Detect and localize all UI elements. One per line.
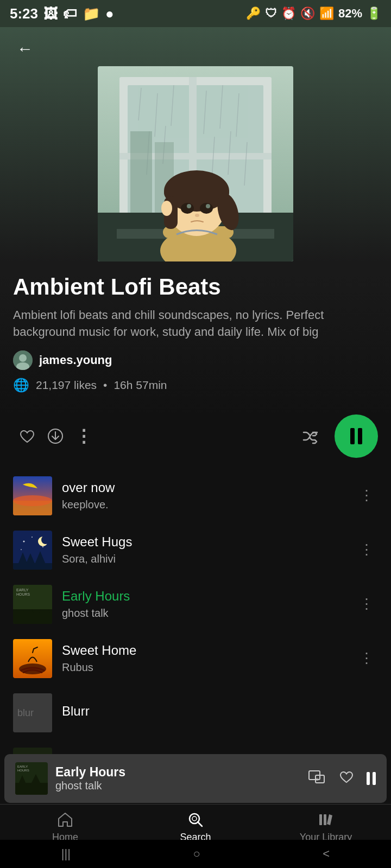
svg-point-30	[200, 203, 213, 214]
playlist-info: Ambient Lofi Beats Ambient lofi beats an…	[0, 275, 391, 414]
creator-avatar	[13, 350, 33, 370]
track-info: Sweet Home Rubus	[62, 643, 345, 674]
more-options-button[interactable]: ⋮	[70, 422, 98, 450]
dot-icon: ●	[105, 5, 114, 22]
svg-point-50	[41, 535, 50, 544]
album-art	[98, 66, 293, 261]
track-info: Sweet Hugs Sora, alhivi	[62, 534, 345, 565]
svg-text:8: 8	[316, 777, 319, 782]
track-item[interactable]: Sweet Home Rubus ⋮	[0, 631, 391, 686]
track-info: Blurr	[62, 704, 345, 722]
android-menu-button[interactable]: |||	[61, 847, 71, 861]
svg-point-47	[21, 549, 22, 550]
track-info: over now keeplove.	[62, 480, 345, 511]
home-icon	[56, 811, 74, 828]
shuffle-button[interactable]	[297, 422, 325, 450]
svg-text:blur: blur	[17, 707, 34, 718]
svg-text:EARLY: EARLY	[16, 588, 29, 592]
play-pause-button[interactable]	[335, 414, 378, 458]
track-info: Early Hours ghost talk	[62, 589, 345, 620]
track-more-button[interactable]: ⋮	[355, 483, 378, 508]
nav-library[interactable]: Your Library	[261, 811, 391, 843]
svg-point-34	[161, 201, 172, 216]
creator-name[interactable]: james.young	[39, 353, 112, 367]
track-artist: keeplove.	[62, 499, 345, 511]
svg-rect-86	[324, 814, 326, 825]
wifi-icon: 📶	[319, 7, 334, 21]
creator-row: james.young	[13, 350, 378, 370]
header-area: ←	[0, 27, 391, 261]
svg-point-31	[187, 204, 191, 208]
track-thumbnail	[13, 476, 52, 515]
svg-point-48	[42, 546, 43, 547]
likes-count: 21,197 likes	[36, 379, 97, 392]
svg-point-84	[192, 816, 197, 821]
svg-point-44	[23, 540, 25, 542]
playlist-description: Ambient lofi beats and chill soundscapes…	[13, 307, 378, 341]
svg-point-29	[181, 203, 194, 214]
back-button[interactable]: ←	[13, 37, 37, 61]
device-connect-button[interactable]: 8	[308, 768, 326, 790]
globe-icon: 🌐	[13, 378, 29, 393]
library-icon	[317, 811, 335, 828]
track-name: Sweet Home	[62, 643, 345, 658]
android-nav-bar: ||| ○ <	[0, 840, 391, 868]
now-playing-info: Early Hours ghost talk	[55, 765, 300, 792]
pause-icon	[350, 428, 362, 444]
search-icon	[187, 811, 204, 828]
track-item[interactable]: over now keeplove. ⋮	[0, 469, 391, 523]
controls-row: ⋮	[0, 414, 391, 469]
now-playing-pause-button[interactable]	[367, 772, 376, 785]
now-playing-title: Early Hours	[55, 765, 300, 780]
android-home-button[interactable]: ○	[193, 847, 200, 861]
battery-icon: 🔋	[367, 7, 381, 21]
android-back-button[interactable]: <	[323, 847, 330, 861]
playlist-title: Ambient Lofi Beats	[13, 275, 378, 299]
track-more-button[interactable]: ⋮	[355, 591, 378, 617]
track-artist: Sora, alhivi	[62, 553, 345, 565]
svg-point-42	[13, 495, 52, 506]
track-more-button[interactable]: ⋮	[355, 700, 378, 725]
now-playing-heart-button[interactable]	[338, 769, 355, 789]
track-more-button[interactable]: ⋮	[355, 646, 378, 671]
track-name: Early Hours	[62, 589, 345, 604]
svg-line-83	[198, 822, 202, 826]
track-more-button[interactable]: ⋮	[355, 537, 378, 563]
track-artist: ghost talk	[62, 607, 345, 620]
alarm-icon: ⏰	[281, 7, 296, 21]
shield-icon: 🛡	[265, 7, 277, 21]
svg-point-32	[206, 204, 210, 208]
track-item[interactable]: blur Blurr ⋮	[0, 686, 391, 740]
nav-home[interactable]: Home	[0, 811, 130, 843]
track-name: Blurr	[62, 704, 345, 719]
svg-point-45	[31, 537, 33, 538]
back-arrow-icon: ←	[17, 40, 33, 58]
separator: •	[103, 379, 107, 392]
now-playing-thumbnail: EARLY HOURS	[15, 762, 48, 795]
battery: 82%	[338, 7, 362, 21]
folder-icon: 📁	[83, 5, 100, 22]
album-art-svg	[98, 66, 293, 261]
duration: 16h 57min	[113, 379, 167, 392]
photo-icon: 🖼	[43, 5, 58, 22]
stats-row: 🌐 21,197 likes • 16h 57min	[13, 378, 378, 393]
heart-button[interactable]	[13, 422, 41, 450]
now-playing-bar[interactable]: EARLY HOURS Early Hours ghost talk 8	[4, 754, 387, 803]
svg-rect-85	[319, 814, 322, 825]
track-artist: Rubus	[62, 661, 345, 674]
promo-icon: 🏷	[63, 5, 77, 22]
nav-search[interactable]: Search	[130, 811, 261, 843]
now-playing-artist: ghost talk	[55, 780, 300, 792]
track-item[interactable]: EARLY HOURS Early Hours ghost talk ⋮	[0, 577, 391, 631]
track-thumbnail	[13, 531, 52, 570]
time: 5:23	[10, 5, 38, 22]
track-thumbnail: blur	[13, 693, 52, 732]
svg-text:EARLY: EARLY	[17, 765, 28, 768]
svg-text:HOURS: HOURS	[17, 769, 29, 772]
key-icon: 🔑	[246, 7, 261, 21]
track-item[interactable]: Sweet Hugs Sora, alhivi ⋮	[0, 523, 391, 577]
download-button[interactable]	[41, 422, 70, 450]
album-art-container	[13, 66, 378, 261]
svg-rect-17	[130, 131, 152, 218]
svg-rect-54	[13, 563, 52, 570]
